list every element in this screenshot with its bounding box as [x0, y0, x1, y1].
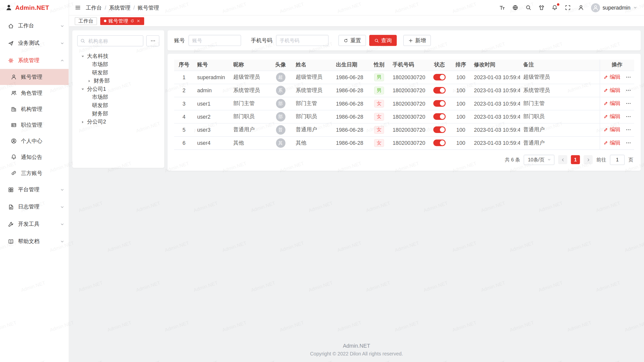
more-actions-button[interactable] — [625, 74, 631, 80]
profile-icon[interactable] — [578, 5, 584, 11]
edit-button[interactable]: 编辑 — [603, 113, 621, 120]
edit-button[interactable]: 编辑 — [603, 139, 621, 146]
cell-modified-time: 2023-01-03 10:59:44 — [471, 97, 520, 110]
edit-button[interactable]: 编辑 — [603, 126, 621, 133]
cell-phone: 18020030720 — [389, 97, 428, 110]
next-page-button[interactable] — [584, 155, 593, 164]
breadcrumb: 工作台/系统管理/账号管理 — [86, 4, 159, 11]
sidebar-item-log-management[interactable]: 日志管理 — [0, 198, 69, 216]
sidebar-item-business-test[interactable]: 业务测试 — [0, 34, 69, 52]
fullscreen-icon[interactable] — [565, 5, 571, 11]
status-toggle[interactable] — [433, 87, 446, 94]
gender-badge: 女 — [374, 126, 384, 133]
tree-node[interactable]: 市场部 — [77, 93, 159, 102]
prev-page-button[interactable] — [558, 155, 567, 164]
cell-status — [428, 123, 451, 136]
caret-right-icon[interactable] — [87, 79, 92, 83]
sidebar-item-notice-announcement[interactable]: 通知公告 — [0, 149, 69, 165]
cell-no: 5 — [174, 123, 194, 136]
cell-account: admin — [194, 84, 230, 97]
page-size-select[interactable]: 10条/页 — [524, 155, 554, 165]
sidebar-item-personal-center[interactable]: 个人中心 — [0, 133, 69, 149]
plus-icon — [408, 38, 413, 43]
footer-title: Admin.NET — [69, 343, 644, 349]
cell-remark: 系统管理员 — [520, 84, 600, 97]
add-button[interactable]: 新增 — [403, 35, 431, 46]
close-icon[interactable] — [136, 19, 140, 23]
breadcrumb-item[interactable]: 工作台 — [86, 4, 102, 11]
sidebar-menu: 工作台业务测试系统管理账号管理角色管理机构管理职位管理个人中心通知公告三方账号平… — [0, 15, 69, 250]
tree-node[interactable]: 分公司1 — [77, 85, 159, 93]
menu-collapse-button[interactable] — [75, 5, 81, 11]
more-actions-button[interactable] — [625, 127, 631, 132]
search-button[interactable]: 查询 — [369, 35, 397, 46]
tree-node-label: 研发部 — [92, 69, 108, 76]
cell-order: 100 — [451, 136, 471, 149]
tree-node-label: 市场部 — [92, 94, 108, 101]
edit-button[interactable]: 编辑 — [603, 73, 621, 81]
status-toggle[interactable] — [433, 140, 446, 146]
globe-icon[interactable] — [512, 5, 518, 11]
search-icon[interactable] — [525, 5, 531, 11]
tree-node[interactable]: 市场部 — [77, 60, 159, 69]
edit-button[interactable]: 编辑 — [603, 86, 621, 94]
sidebar-item-help-docs[interactable]: 帮助文档 — [0, 233, 69, 250]
sidebar-item-role-management[interactable]: 角色管理 — [0, 85, 69, 101]
theme-icon[interactable] — [539, 5, 545, 11]
sidebar-item-platform-management[interactable]: 平台管理 — [0, 181, 69, 198]
edit-pen-icon — [603, 88, 608, 93]
page-number[interactable]: 1 — [571, 155, 580, 164]
status-toggle[interactable] — [433, 113, 446, 120]
edit-button[interactable]: 编辑 — [603, 100, 621, 107]
cell-birth-date: 1986-06-28 — [333, 110, 369, 123]
cell-modified-time: 2023-01-03 10:59:44 — [471, 110, 520, 123]
tree-node[interactable]: 分公司2 — [77, 118, 159, 126]
tree-node[interactable]: 研发部 — [77, 69, 159, 77]
table-row: 6user4其他其其他1986-06-28女180200307201002023… — [174, 136, 634, 149]
refresh-icon[interactable] — [130, 19, 134, 23]
more-actions-button[interactable] — [625, 114, 631, 119]
tab-workbench[interactable]: 工作台 — [75, 17, 97, 25]
status-toggle[interactable] — [433, 100, 446, 107]
grid-icon — [8, 187, 14, 193]
column-header: 操作 — [600, 60, 634, 71]
more-actions-button[interactable] — [625, 87, 631, 93]
sidebar-item-system-management[interactable]: 系统管理 — [0, 52, 69, 69]
cell-no: 1 — [174, 71, 194, 84]
reset-button[interactable]: 重置 — [338, 35, 366, 46]
phone-input[interactable] — [276, 35, 329, 46]
caret-right-icon[interactable] — [80, 120, 85, 124]
sidebar: Admin.NET 工作台业务测试系统管理账号管理角色管理机构管理职位管理个人中… — [0, 0, 69, 362]
breadcrumb-item[interactable]: 账号管理 — [138, 4, 159, 11]
org-more-button[interactable] — [146, 35, 159, 46]
user-menu[interactable]: superadmin — [591, 3, 637, 12]
status-toggle[interactable] — [433, 126, 446, 133]
sidebar-item-org-management[interactable]: 机构管理 — [0, 101, 69, 117]
sidebar-item-position-management[interactable]: 职位管理 — [0, 117, 69, 133]
caret-down-icon[interactable] — [80, 54, 85, 59]
sidebar-item-account-management[interactable]: 账号管理 — [0, 69, 69, 85]
font-size-icon[interactable] — [499, 5, 505, 11]
cell-nickname: 超级管理员 — [230, 71, 268, 84]
sidebar-item-workbench[interactable]: 工作台 — [0, 17, 69, 35]
tree-node[interactable]: 大名科技 — [77, 52, 159, 60]
more-actions-button[interactable] — [625, 101, 631, 106]
tree-node[interactable]: 研发部 — [77, 101, 159, 110]
status-toggle[interactable] — [433, 74, 446, 80]
breadcrumb-item[interactable]: 系统管理 — [109, 4, 131, 11]
org-search-input[interactable] — [77, 35, 143, 46]
more-actions-button[interactable] — [625, 140, 631, 146]
tree-node[interactable]: 财务部 — [77, 110, 159, 118]
sidebar-item-dev-tools[interactable]: 开发工具 — [0, 215, 69, 233]
goto-page-input[interactable] — [610, 155, 625, 165]
edit-button-label: 编辑 — [610, 139, 620, 146]
account-input[interactable] — [188, 35, 241, 46]
chevron-down-icon — [60, 239, 64, 244]
caret-down-icon[interactable] — [80, 87, 85, 91]
cell-gender: 男 — [369, 84, 389, 97]
notification-icon[interactable] — [552, 5, 558, 11]
cell-remark: 部门职员 — [520, 110, 600, 123]
tab-account-management[interactable]: 账号管理 — [100, 17, 144, 25]
sidebar-item-third-party-account[interactable]: 三方账号 — [0, 165, 69, 181]
tree-node[interactable]: 财务部 — [77, 77, 159, 85]
